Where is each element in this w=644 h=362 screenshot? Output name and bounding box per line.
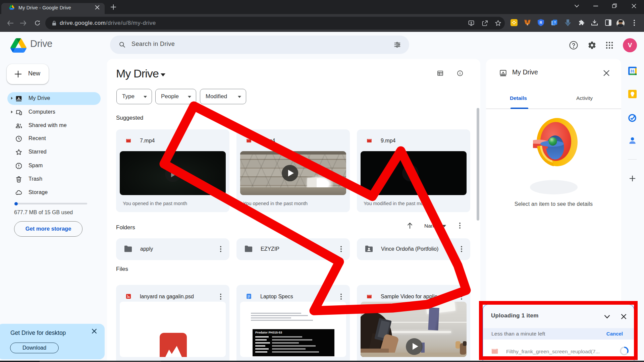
svg-text:T: T [554,21,556,24]
svg-text:31: 31 [630,69,634,73]
svg-text:R: R [540,21,542,24]
